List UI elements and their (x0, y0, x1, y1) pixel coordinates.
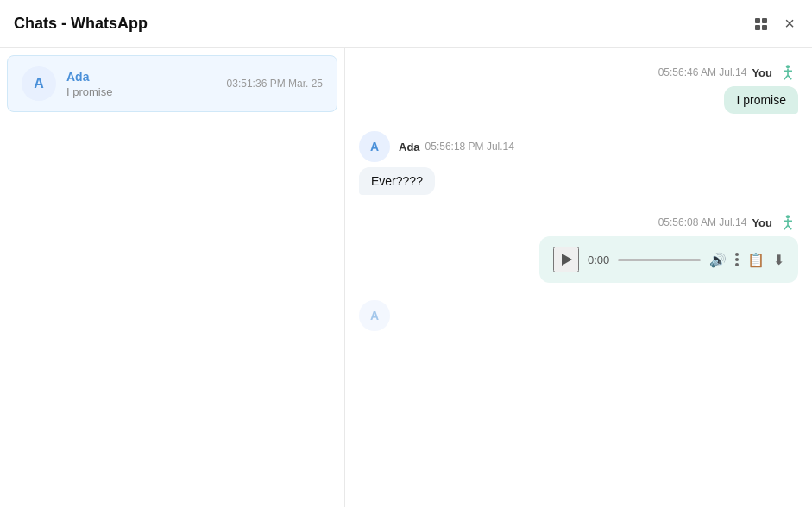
avatar: A (22, 66, 56, 101)
message-meta-1: 05:56:46 AM Jul.14 You (658, 62, 798, 83)
svg-line-4 (788, 75, 791, 79)
message-row-outgoing-3: 05:56:08 AM Jul.14 You (359, 212, 798, 283)
message-time-3: 05:56:08 AM Jul.14 (658, 216, 747, 228)
chat-info: Ada I promise (66, 70, 227, 98)
message-row-incoming-2: A Ada 05:56:18 PM Jul.14 Ever???? (359, 131, 798, 195)
chat-time: 03:51:36 PM Mar. 25 (227, 78, 323, 90)
download-icon[interactable]: ⬇ (773, 252, 784, 268)
message-time-1: 05:56:46 AM Jul.14 (658, 66, 747, 78)
incoming-header-2: A Ada 05:56:18 PM Jul.14 (359, 131, 514, 162)
progress-bar (618, 259, 701, 261)
message-bubble-1: I promise (724, 86, 798, 114)
chat-preview: I promise (66, 85, 227, 98)
message-bubble-2: Ever???? (359, 167, 435, 195)
main-content: A Ada I promise 03:51:36 PM Mar. 25 05:5… (0, 48, 812, 507)
copy-icon[interactable]: 📋 (747, 252, 765, 268)
grid-icon (755, 18, 767, 30)
sidebar: A Ada I promise 03:51:36 PM Mar. 25 (0, 48, 345, 507)
sender-name-1: You (752, 66, 772, 79)
close-button[interactable]: × (781, 10, 798, 37)
incoming-name-2: Ada (399, 141, 420, 153)
typing-incoming-header: A (359, 300, 390, 331)
svg-line-9 (788, 225, 791, 229)
message-row-outgoing-1: 05:56:46 AM Jul.14 You I promise (359, 62, 798, 114)
incoming-avatar-2: A (359, 131, 390, 162)
sender-name-3: You (752, 216, 772, 229)
chat-list-item[interactable]: A Ada I promise 03:51:36 PM Mar. 25 (7, 55, 337, 112)
typing-avatar: A (359, 300, 390, 331)
svg-point-0 (786, 65, 790, 68)
audio-player: 0:00 🔊 📋 ⬇ (539, 236, 798, 283)
user-icon-3 (777, 212, 798, 233)
audio-time: 0:00 (588, 254, 609, 266)
typing-indicator-row: A (359, 300, 798, 336)
volume-icon[interactable]: 🔊 (709, 252, 727, 268)
page-title: Chats - WhatsApp (14, 15, 148, 33)
incoming-time-2: 05:56:18 PM Jul.14 (425, 141, 514, 153)
more-options-icon[interactable] (735, 253, 739, 266)
chat-name: Ada (66, 70, 227, 84)
chat-area: 05:56:46 AM Jul.14 You I promise (345, 48, 812, 507)
header-actions: × (752, 10, 798, 37)
svg-marker-10 (562, 254, 572, 266)
message-meta-3: 05:56:08 AM Jul.14 You (658, 212, 798, 233)
svg-line-3 (784, 75, 788, 79)
grid-icon-button[interactable] (752, 15, 771, 34)
header: Chats - WhatsApp × (0, 0, 812, 48)
close-icon: × (784, 14, 795, 34)
svg-point-5 (786, 215, 790, 218)
user-icon-1 (777, 62, 798, 83)
incoming-meta-2: Ada 05:56:18 PM Jul.14 (399, 141, 514, 153)
play-button[interactable] (553, 247, 579, 272)
svg-line-8 (784, 225, 788, 229)
